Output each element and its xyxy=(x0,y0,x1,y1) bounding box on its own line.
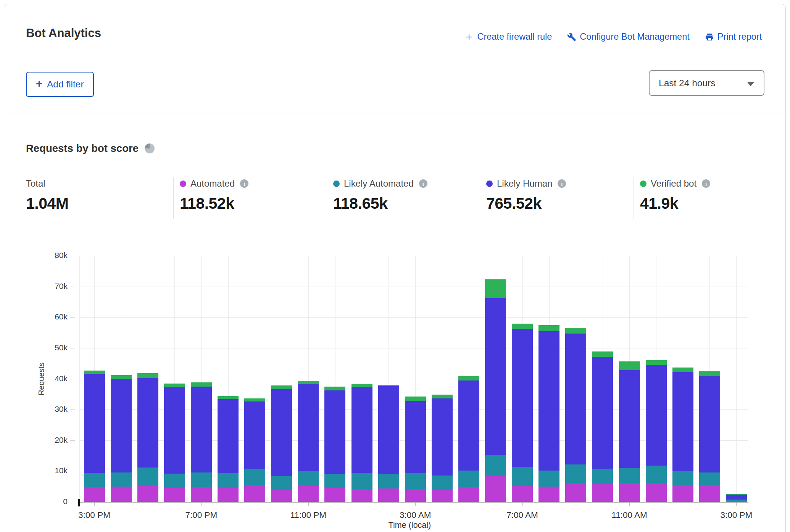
bar-segment[interactable] xyxy=(512,486,533,502)
bar-segment[interactable] xyxy=(619,468,640,483)
bar-segment[interactable] xyxy=(432,490,453,502)
create-firewall-rule-link[interactable]: Create firewall rule xyxy=(464,32,552,42)
bar-segment[interactable] xyxy=(726,500,747,500)
bar-segment[interactable] xyxy=(271,389,292,476)
bar-segment[interactable] xyxy=(191,487,212,502)
bar-segment[interactable] xyxy=(672,471,693,485)
bar-segment[interactable] xyxy=(164,474,185,488)
bar-segment[interactable] xyxy=(137,378,158,468)
bar-segment[interactable] xyxy=(351,489,372,502)
time-range-select[interactable]: Last 24 hours xyxy=(649,70,764,96)
bar-segment[interactable] xyxy=(244,485,265,502)
info-icon[interactable]: i xyxy=(558,179,566,188)
bar-segment[interactable] xyxy=(324,488,345,502)
bar-segment[interactable] xyxy=(512,324,533,329)
bar-segment[interactable] xyxy=(565,464,586,483)
bar-segment[interactable] xyxy=(84,371,105,374)
bar-segment[interactable] xyxy=(726,494,747,495)
bar-segment[interactable] xyxy=(458,376,479,380)
bar-segment[interactable] xyxy=(298,384,319,471)
bar-segment[interactable] xyxy=(378,385,399,386)
bar-segment[interactable] xyxy=(432,398,453,476)
bar-segment[interactable] xyxy=(592,469,613,484)
bar-segment[interactable] xyxy=(485,298,506,455)
bar-segment[interactable] xyxy=(137,373,158,378)
bar-segment[interactable] xyxy=(164,387,185,474)
bar-segment[interactable] xyxy=(538,487,559,502)
bar-segment[interactable] xyxy=(351,384,372,387)
bar-segment[interactable] xyxy=(538,331,559,470)
bar-segment[interactable] xyxy=(565,328,586,334)
bar-segment[interactable] xyxy=(378,474,399,489)
bar-segment[interactable] xyxy=(378,386,399,474)
bar-segment[interactable] xyxy=(324,474,345,488)
bar-segment[interactable] xyxy=(218,488,239,502)
bar-segment[interactable] xyxy=(619,370,640,468)
bar-segment[interactable] xyxy=(244,401,265,469)
configure-bot-management-link[interactable]: Configure Bot Management xyxy=(567,32,689,42)
bar-segment[interactable] xyxy=(298,381,319,384)
bar-segment[interactable] xyxy=(271,490,292,502)
bar-segment[interactable] xyxy=(646,365,667,466)
bar-segment[interactable] xyxy=(432,476,453,490)
info-icon[interactable]: i xyxy=(702,179,710,188)
bar-segment[interactable] xyxy=(405,401,426,473)
bar-segment[interactable] xyxy=(218,399,239,473)
bar-segment[interactable] xyxy=(84,374,105,473)
bar-segment[interactable] xyxy=(405,489,426,502)
bar-segment[interactable] xyxy=(137,468,158,486)
bar-segment[interactable] xyxy=(271,476,292,490)
bar-segment[interactable] xyxy=(324,390,345,474)
bar-segment[interactable] xyxy=(619,361,640,370)
bar-segment[interactable] xyxy=(699,472,720,485)
bar-segment[interactable] xyxy=(512,329,533,467)
bar-segment[interactable] xyxy=(137,486,158,502)
bar-segment[interactable] xyxy=(111,375,132,379)
bar-segment[interactable] xyxy=(565,483,586,502)
bar-segment[interactable] xyxy=(351,387,372,473)
bar-segment[interactable] xyxy=(218,396,239,399)
bar-segment[interactable] xyxy=(458,380,479,471)
bar-segment[interactable] xyxy=(432,395,453,398)
bar-segment[interactable] xyxy=(298,471,319,486)
bar-segment[interactable] xyxy=(646,360,667,365)
bar-segment[interactable] xyxy=(592,484,613,502)
bar-segment[interactable] xyxy=(592,357,613,469)
bar-segment[interactable] xyxy=(699,376,720,472)
print-report-link[interactable]: Print report xyxy=(705,32,762,42)
bar-segment[interactable] xyxy=(405,473,426,489)
bar-segment[interactable] xyxy=(485,455,506,476)
bar-segment[interactable] xyxy=(111,379,132,472)
info-icon[interactable]: i xyxy=(240,179,248,188)
bar-segment[interactable] xyxy=(324,387,345,390)
bar-segment[interactable] xyxy=(271,385,292,389)
bar-segment[interactable] xyxy=(538,471,559,487)
bar-segment[interactable] xyxy=(164,384,185,387)
bar-segment[interactable] xyxy=(298,486,319,502)
bar-segment[interactable] xyxy=(538,325,559,331)
bar-segment[interactable] xyxy=(378,488,399,502)
bar-segment[interactable] xyxy=(458,471,479,487)
bar-segment[interactable] xyxy=(458,487,479,502)
bar-segment[interactable] xyxy=(565,334,586,464)
bar-segment[interactable] xyxy=(646,483,667,502)
bar-segment[interactable] xyxy=(646,466,667,483)
bar-segment[interactable] xyxy=(672,372,693,471)
add-filter-button[interactable]: + Add filter xyxy=(26,72,94,97)
bar-segment[interactable] xyxy=(84,473,105,487)
bar-segment[interactable] xyxy=(111,472,132,487)
bar-segment[interactable] xyxy=(164,488,185,502)
bar-segment[interactable] xyxy=(191,382,212,387)
bar-segment[interactable] xyxy=(512,467,533,486)
bar-segment[interactable] xyxy=(218,473,239,488)
bar-segment[interactable] xyxy=(191,387,212,472)
bar-segment[interactable] xyxy=(672,368,693,372)
bar-segment[interactable] xyxy=(485,279,506,298)
bar-segment[interactable] xyxy=(244,469,265,485)
bar-segment[interactable] xyxy=(84,487,105,502)
info-icon[interactable]: i xyxy=(419,179,427,188)
bar-segment[interactable] xyxy=(672,485,693,502)
bar-segment[interactable] xyxy=(726,495,747,500)
bar-segment[interactable] xyxy=(351,473,372,489)
bar-segment[interactable] xyxy=(111,487,132,502)
